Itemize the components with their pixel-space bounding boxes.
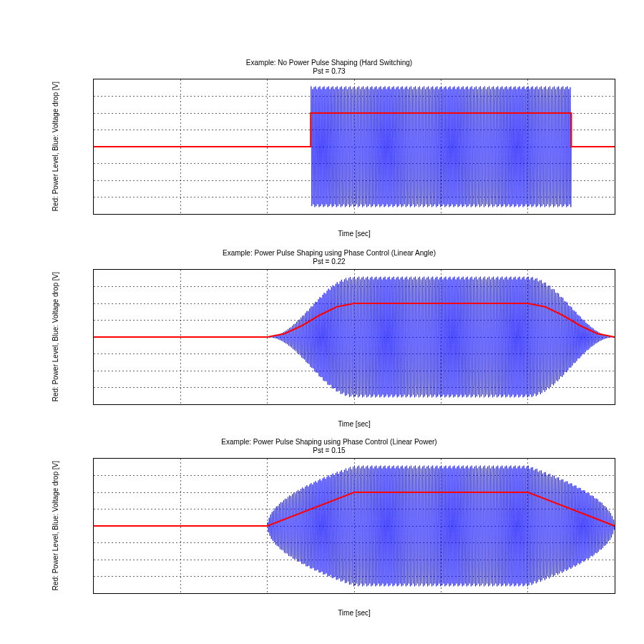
y-tick-label: 0	[93, 333, 94, 341]
x-axis-label: Time [sec]	[93, 420, 615, 428]
x-tick-label: 6	[613, 404, 615, 405]
plot-area-1: -2-1.5-1-0.500.511.520123456	[93, 79, 615, 215]
subplot-2: Example: Power Pulse Shaping using Phase…	[43, 269, 615, 441]
y-tick-label: 1	[93, 300, 94, 308]
y-tick-label: 1.5	[93, 283, 94, 291]
y-tick-label: -2	[93, 210, 94, 215]
y-tick-label: -1	[93, 177, 94, 185]
x-tick-label: 4	[439, 404, 444, 405]
y-tick-label: -1	[93, 556, 94, 564]
y-tick-label: 1.5	[93, 92, 94, 100]
y-tick-label: 0	[93, 143, 94, 151]
y-tick-label: -1.5	[93, 193, 94, 201]
y-tick-label: -1.5	[93, 572, 94, 580]
y-tick-label: -0.5	[93, 350, 94, 358]
y-tick-label: 2	[93, 458, 94, 463]
x-tick-label: 4	[439, 593, 444, 594]
figure: { "chart_data": [ { "type": "line", "tit…	[0, 0, 644, 644]
x-tick-label: 1	[179, 404, 183, 405]
y-tick-label: 2	[93, 269, 94, 274]
subplot-title: Example: Power Pulse Shaping using Phase…	[43, 249, 615, 265]
y-tick-label: 1	[93, 489, 94, 497]
y-tick-label: -2	[93, 590, 94, 595]
y-tick-label: -1	[93, 367, 94, 375]
x-tick-label: 5	[526, 593, 530, 594]
x-tick-label: 3	[352, 214, 356, 215]
subplot-title: Example: No Power Pulse Shaping (Hard Sw…	[43, 59, 615, 75]
plot-area-3: -2-1.5-1-0.500.511.520123456	[93, 458, 615, 594]
x-tick-label: 4	[439, 214, 444, 215]
y-axis-label: Red: Power Level, Blue: Voltage drop [V]	[52, 458, 59, 594]
plot-area-2: -2-1.5-1-0.500.511.520123456	[93, 269, 615, 405]
y-tick-label: -2	[93, 401, 94, 406]
x-tick-label: 1	[179, 214, 183, 215]
x-tick-label: 3	[352, 404, 356, 405]
y-tick-label: 2	[93, 79, 94, 84]
y-tick-label: 0.5	[93, 126, 94, 134]
x-tick-label: 2	[265, 214, 270, 215]
x-tick-label: 3	[352, 593, 356, 594]
y-tick-label: 1	[93, 109, 94, 117]
y-tick-label: -0.5	[93, 160, 94, 167]
x-tick-label: 6	[613, 214, 615, 215]
x-tick-label: 2	[265, 593, 270, 594]
x-tick-label: 2	[265, 404, 270, 405]
x-axis-label: Time [sec]	[93, 230, 615, 238]
x-tick-label: 5	[526, 404, 530, 405]
x-axis-label: Time [sec]	[93, 609, 615, 617]
x-tick-label: 0	[93, 404, 96, 405]
subplot-3: Example: Power Pulse Shaping using Phase…	[43, 458, 615, 630]
x-tick-label: 6	[613, 593, 615, 594]
y-tick-label: 0.5	[93, 316, 94, 324]
subplot-title: Example: Power Pulse Shaping using Phase…	[43, 438, 615, 454]
x-tick-label: 1	[179, 593, 183, 594]
x-tick-label: 0	[93, 593, 96, 594]
y-tick-label: -1.5	[93, 384, 94, 391]
y-tick-label: -0.5	[93, 539, 94, 547]
subplot-1: Example: No Power Pulse Shaping (Hard Sw…	[43, 79, 615, 250]
y-tick-label: 1.5	[93, 472, 94, 479]
x-tick-label: 0	[93, 214, 96, 215]
y-axis-label: Red: Power Level, Blue: Voltage drop [V]	[52, 79, 59, 215]
y-tick-label: 0	[93, 522, 94, 530]
x-tick-label: 5	[526, 214, 530, 215]
y-tick-label: 0.5	[93, 505, 94, 513]
y-axis-label: Red: Power Level, Blue: Voltage drop [V]	[52, 269, 59, 405]
